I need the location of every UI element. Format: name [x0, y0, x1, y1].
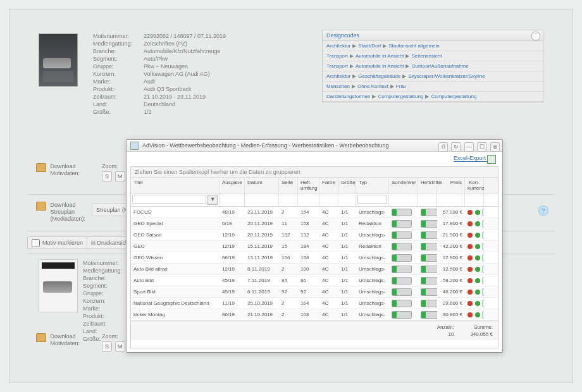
- folder-icon: [36, 333, 46, 342]
- konkurrenz-green-icon[interactable]: [475, 290, 480, 295]
- konkurrenz-detail-icon[interactable]: [482, 277, 484, 285]
- konkurrenz-green-icon[interactable]: [475, 312, 480, 317]
- zoom-s[interactable]: S: [102, 171, 112, 181]
- close-icon[interactable]: ⊗: [490, 142, 500, 152]
- designcodes-header[interactable]: Designcodes ˄: [323, 30, 543, 41]
- maximize-icon[interactable]: ☐: [477, 142, 486, 152]
- col-preis[interactable]: Preis: [437, 178, 465, 193]
- motif-metadata: Motivnummer:22992082 / 148097 / 07.11.20…: [93, 32, 295, 116]
- col-konkurrenz[interactable]: Kon- kurrenz: [465, 178, 484, 193]
- designcode-row[interactable]: Menschen▶Ohne Kontext▶Frau: [323, 82, 543, 92]
- table-row[interactable]: GEO12/1915.11.2019151844C1/1Redaktion42.…: [131, 241, 498, 252]
- designcode-row[interactable]: Transport▶Automobile in Ansicht▶Seitenan…: [323, 51, 543, 61]
- download-streuplan-label: Download Streuplan (Mediadaten):: [51, 202, 86, 223]
- minimize-icon[interactable]: —: [464, 142, 474, 152]
- meta-key: Zeitraum:: [93, 93, 144, 101]
- meta-value: 1/1: [144, 108, 152, 116]
- group-by-row[interactable]: Ziehen Sie einen Spaltenkopf hierher um …: [131, 167, 498, 178]
- filter-icon[interactable]: ▼: [207, 195, 218, 205]
- konkurrenz-detail-icon[interactable]: [482, 311, 484, 319]
- zoom-s-2[interactable]: S: [102, 341, 112, 352]
- motif-thumbnail[interactable]: [39, 34, 78, 87]
- konkurrenz-red-icon[interactable]: [467, 278, 473, 283]
- table-row[interactable]: FOCUS48/1923.11.201921544C1/1Umschlags-6…: [131, 207, 498, 218]
- col-typ[interactable]: Typ: [356, 178, 389, 193]
- media-dialog: AdVision - Wettbewerbsbeobachtung - Medi…: [126, 139, 503, 353]
- table-row[interactable]: GEO Wissen66/1913.11.20191561584C1/1Umsc…: [131, 252, 498, 264]
- meta-key: Motivnummer:: [93, 32, 144, 40]
- col-sonderwerbung[interactable]: Sonderwer: [389, 178, 418, 193]
- konkurrenz-detail-icon[interactable]: [482, 243, 484, 250]
- filter-typ-input[interactable]: [357, 195, 387, 204]
- collapse-icon[interactable]: ˄: [531, 32, 540, 40]
- designcode-row[interactable]: Darstellungsformen▶Computergestaltung▶Co…: [323, 92, 543, 102]
- app-icon: [130, 142, 139, 150]
- download-motiv-2[interactable]: Download Motivdaten:: [36, 333, 112, 347]
- konkurrenz-detail-icon[interactable]: [482, 300, 484, 307]
- konkurrenz-red-icon[interactable]: [467, 244, 473, 249]
- meta-key: Konzern:: [93, 70, 144, 78]
- konkurrenz-detail-icon[interactable]: [482, 231, 484, 239]
- konkurrenz-green-icon[interactable]: [475, 233, 480, 238]
- col-titel[interactable]: Titel: [131, 178, 220, 193]
- konkurrenz-green-icon[interactable]: [475, 301, 480, 306]
- meta-key: Größe:: [93, 108, 144, 116]
- heftdrittel-indicator: [421, 231, 437, 239]
- excel-export-link[interactable]: Excel-Export: [454, 155, 496, 162]
- motif-thumbnail-2[interactable]: [39, 259, 78, 312]
- konkurrenz-green-icon[interactable]: [475, 278, 480, 283]
- konkurrenz-red-icon[interactable]: [467, 233, 473, 238]
- col-farbe[interactable]: Farbe: [319, 178, 338, 193]
- meta-key: Mediengattung:: [93, 40, 144, 47]
- zoom-m[interactable]: M: [115, 171, 125, 181]
- designcode-row[interactable]: Architektur▶Stadt/Dorf▶Stadtansicht allg…: [323, 41, 543, 51]
- sonder-indicator: [392, 288, 412, 296]
- konkurrenz-green-icon[interactable]: [475, 267, 480, 272]
- konkurrenz-detail-icon[interactable]: [482, 209, 484, 216]
- table-row[interactable]: GEO Saison12/1920.11.20191321324C1/1Umsc…: [131, 230, 498, 241]
- konkurrenz-red-icon[interactable]: [467, 221, 473, 226]
- col-heftumfang[interactable]: Heft- umfang: [298, 178, 319, 193]
- print-icon[interactable]: ⎙: [438, 142, 448, 152]
- help-icon[interactable]: ?: [538, 205, 548, 216]
- zoom-m-2[interactable]: M: [115, 341, 125, 352]
- sonder-indicator: [392, 311, 412, 319]
- filter-titel-input[interactable]: [132, 195, 206, 204]
- konkurrenz-red-icon[interactable]: [467, 267, 473, 272]
- table-row[interactable]: GEO Special6/1920.11.2019111584C1/1Redak…: [131, 218, 498, 230]
- meta-value: 21.10.2019 - 23.11.2019: [144, 93, 206, 101]
- konkurrenz-green-icon[interactable]: [475, 255, 480, 260]
- table-row[interactable]: kicker Montag86/1921.10.201921084C1/1Ums…: [131, 309, 498, 321]
- motiv-markieren[interactable]: Motiv markieren: [27, 236, 87, 249]
- download-motiv[interactable]: Download Motivdaten:: [36, 163, 112, 177]
- konkurrenz-red-icon[interactable]: [467, 255, 473, 260]
- konkurrenz-green-icon[interactable]: [475, 210, 480, 215]
- konkurrenz-detail-icon[interactable]: [482, 266, 484, 273]
- heftdrittel-indicator: [421, 220, 437, 228]
- designcode-row[interactable]: Architektur▶Geschäftsgebäude▶Skyscraper/…: [323, 71, 543, 82]
- col-datum[interactable]: Datum: [245, 178, 279, 193]
- konkurrenz-green-icon[interactable]: [475, 221, 480, 226]
- table-row[interactable]: Auto Bild allrad12/198.11.201921004C1/1U…: [131, 264, 498, 275]
- refresh-icon[interactable]: ↻: [451, 142, 461, 152]
- konkurrenz-red-icon[interactable]: [467, 210, 473, 215]
- col-seite[interactable]: Seite: [279, 178, 298, 193]
- col-groesse[interactable]: Größe: [338, 178, 356, 193]
- table-row[interactable]: National Geographic Deutschland11/1925.1…: [131, 298, 498, 309]
- designcode-row[interactable]: Transport▶Automobile in Ansicht▶Outdoor/…: [323, 61, 543, 71]
- konkurrenz-red-icon[interactable]: [467, 312, 473, 317]
- col-heftdrittel[interactable]: Heftdrittel: [418, 178, 437, 193]
- konkurrenz-detail-icon[interactable]: [482, 220, 484, 228]
- konkurrenz-detail-icon[interactable]: [482, 254, 484, 262]
- table-row[interactable]: Sport Bild45/196.11.201992924C1/1Umschla…: [131, 286, 498, 298]
- konkurrenz-red-icon[interactable]: [467, 301, 473, 306]
- konkurrenz-detail-icon[interactable]: [482, 288, 484, 296]
- konkurrenz-red-icon[interactable]: [467, 290, 473, 295]
- col-ausgabe[interactable]: Ausgabe: [220, 178, 245, 193]
- table-row[interactable]: Auto Bild45/197.11.201984864C1/1Umschlag…: [131, 275, 498, 286]
- konkurrenz-green-icon[interactable]: [475, 244, 480, 249]
- grid-header[interactable]: Titel Ausgabe Datum Seite Heft- umfang F…: [131, 178, 498, 193]
- dialog-titlebar[interactable]: AdVision - Wettbewerbsbeobachtung - Medi…: [127, 140, 502, 152]
- meta-value: Deutschland: [144, 101, 175, 108]
- motiv-markieren-checkbox[interactable]: [32, 239, 40, 247]
